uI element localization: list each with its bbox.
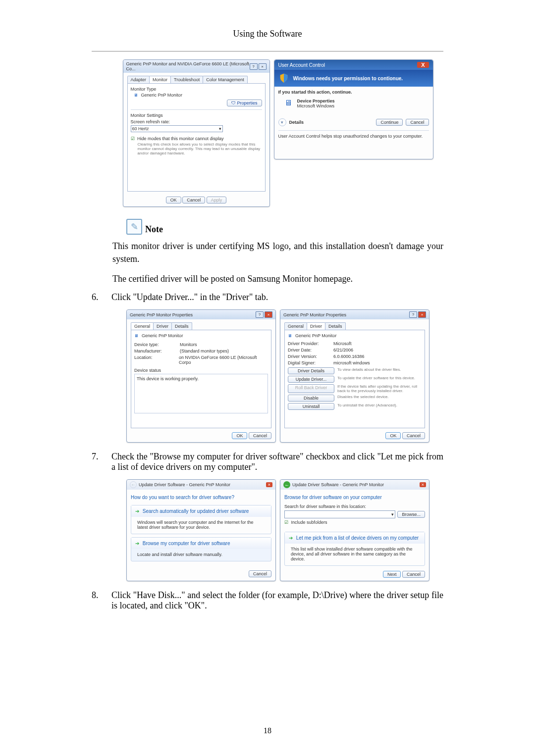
tab-color-management[interactable]: Color Management [203,76,248,83]
uac-footer-text: User Account Control helps stop unauthor… [278,134,429,139]
step-text: Click "Update Driver..." in the "Driver"… [111,292,443,302]
tab-pane: 🖥 Generic PnP Monitor Driver Provider:Mi… [284,330,425,428]
disable-button[interactable]: Disable [288,395,334,402]
tab-driver[interactable]: Driver [307,322,325,330]
tab-details[interactable]: Details [171,322,192,330]
step-8: 8. Click "Have Disk..." and select the f… [92,590,443,611]
step-7: 7. Check the "Browse my computer for dri… [92,452,443,472]
update-driver-button[interactable]: Update Driver... [288,376,334,383]
version-value: 6.0.6000.16386 [333,354,365,359]
wizard-titlebar: ← Update Driver Software - Generic PnP M… [280,480,429,490]
date-value: 6/21/2006 [333,348,353,353]
monitor-icon: 🖥 [134,93,138,98]
tab-pane: 🖥 Generic PnP Monitor Device type:Monito… [131,330,271,428]
close-icon[interactable]: X [417,62,428,68]
wizard-body: Browse for driver software on your compu… [280,490,429,581]
signer-value: microsoft windows [333,360,370,365]
driver-details-button[interactable]: Driver Details [288,367,334,374]
option-let-me-pick[interactable]: ➔ Let me pick from a list of device driv… [284,532,425,566]
wizard-heading: How do you want to search for driver sof… [131,495,271,500]
uac-banner: Windows needs your permission to contion… [274,70,433,87]
location-value: on NVIDIA GeForce 6600 LE (Microsoft Cor… [179,355,268,365]
monitor-dialog: Generic PnP Monitor and NVIDIA GeForce 6… [123,59,270,207]
hide-modes-checkbox[interactable]: Hide modes that this monitor cannot disp… [131,136,262,141]
tab-adapter[interactable]: Adapter [127,76,150,83]
dialog-title-text: Generic PnP Monitor Properties [283,312,346,317]
update-driver-desc: To update the driver software for this d… [337,376,422,383]
cancel-button[interactable]: Cancel [249,570,271,577]
option-desc: Locate and install driver software manua… [131,549,271,561]
note-line-1: This monitor driver is under certifying … [112,240,443,265]
step-number: 8. [92,590,103,611]
chevron-down-icon[interactable]: ▾ [391,512,394,517]
option-browse-computer[interactable]: ➔ Browse my computer for driver software… [131,537,271,561]
dialog-tabs: Adapter Monitor Troubleshoot Color Manag… [127,76,266,83]
ok-button[interactable]: OK [166,197,181,203]
continue-button[interactable]: Continue [376,119,403,126]
device-status-box: This device is working properly. [134,374,268,413]
tab-general[interactable]: General [284,322,307,330]
ok-button[interactable]: OK [385,432,401,439]
ok-button[interactable]: OK [232,432,247,439]
cancel-button[interactable]: Cancel [182,197,205,203]
cancel-button[interactable]: Cancel [402,571,425,578]
properties-button[interactable]: 🛡 Properties [227,100,262,106]
monitor-icon: 🖥 [288,333,292,338]
chevron-down-icon[interactable]: ▾ [278,118,286,126]
shield-icon: 🛡 [231,101,236,105]
uninstall-desc: To uninstall the driver (Advanced). [337,403,422,410]
close-icon[interactable]: × [259,63,267,70]
uninstall-button[interactable]: Uninstall [288,403,334,410]
provider-label: Driver Provider: [288,341,327,346]
dialog-title-text: Generic PnP Monitor and NVIDIA GeForce 6… [126,61,250,71]
tab-driver[interactable]: Driver [153,322,172,330]
page-number: 18 [0,726,535,735]
rollback-driver-button[interactable]: Roll Back Driver [288,384,334,393]
back-icon[interactable]: ← [283,481,290,488]
cancel-button[interactable]: Cancel [402,432,425,439]
window-controls: ? × [250,63,267,70]
wizard-body: How do you want to search for driver sof… [127,490,275,580]
refresh-rate-select[interactable]: 60 Hertz ▾ [131,125,223,132]
close-icon[interactable]: × [418,311,426,318]
device-name: Generic PnP Monitor [142,333,183,338]
close-icon[interactable]: × [266,482,272,487]
include-subfolders-checkbox[interactable]: Include subfolders [284,520,425,525]
cancel-button[interactable]: Cancel [249,432,271,439]
step-6: 6. Click "Update Driver..." in the "Driv… [92,292,443,302]
tab-details[interactable]: Details [325,322,346,330]
screenshot-row-3: ← Update Driver Software - Generic PnP M… [112,479,443,581]
hide-modes-help: Clearing this check box allows you to se… [138,142,262,155]
wizard-heading: Browse for driver software on your compu… [284,495,425,500]
include-subfolders-label: Include subfolders [291,520,327,525]
step-number: 7. [92,452,103,472]
dialog-titlebar: Generic PnP Monitor Properties ?× [127,310,275,319]
arrow-right-icon: ➔ [135,541,139,546]
location-label: Location: [134,355,173,365]
next-button[interactable]: Next [383,571,401,578]
tab-monitor[interactable]: Monitor [149,76,171,83]
step-text: Click "Have Disk..." and select the fold… [111,590,443,611]
help-icon[interactable]: ? [256,311,264,318]
monitor-type-group-label: Monitor Type [131,87,262,92]
back-icon[interactable]: ← [130,481,137,488]
close-icon[interactable]: × [420,482,426,487]
tab-general[interactable]: General [131,322,154,330]
close-icon[interactable]: × [265,311,272,318]
uac-details-toggle[interactable]: Details [289,120,374,125]
browse-button[interactable]: Browse... [397,511,425,518]
screenshot-row-2: Generic PnP Monitor Properties ?× Genera… [112,309,443,443]
help-icon[interactable]: ? [250,63,258,70]
device-status-label: Device status [134,368,268,373]
refresh-rate-value: 60 Hertz [132,126,149,131]
apply-button[interactable]: Apply [207,197,227,203]
manufacturer-value: (Standard monitor types) [180,349,229,353]
cancel-button[interactable]: Cancel [406,119,428,126]
device-status-text: This device is working properly. [137,376,199,381]
option-title: Let me pick from a list of device driver… [296,535,419,541]
help-icon[interactable]: ? [409,311,417,318]
option-auto-search[interactable]: ➔ Search automatically for updated drive… [131,505,271,534]
tab-troubleshoot[interactable]: Troubleshoot [170,76,203,83]
dialog-titlebar: Generic PnP Monitor Properties ?× [280,310,429,319]
option-title: Search automatically for updated driver … [143,508,249,514]
